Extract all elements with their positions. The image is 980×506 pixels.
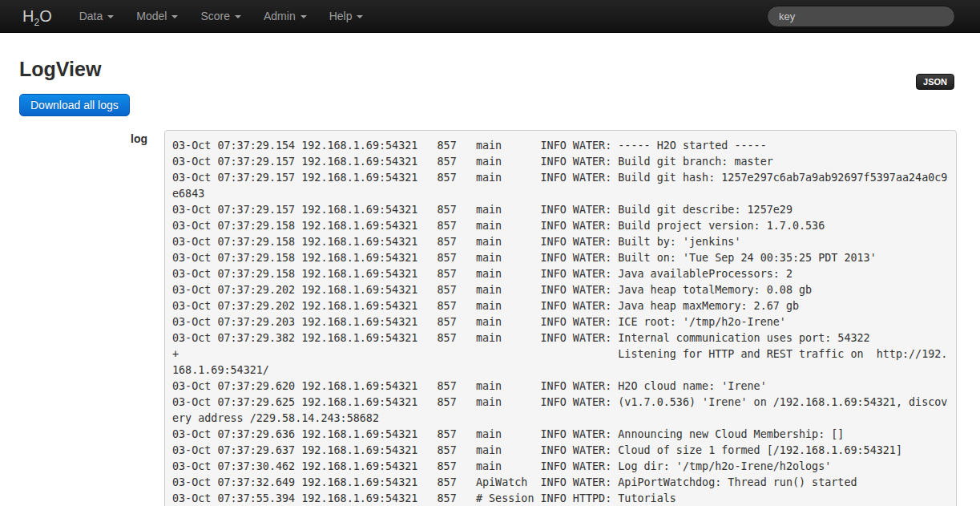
caret-down-icon — [171, 15, 178, 18]
log-output: 03-Oct 07:37:29.154 192.168.1.69:54321 8… — [164, 130, 957, 506]
menu-help[interactable]: Help — [318, 0, 375, 32]
menu-admin[interactable]: Admin — [252, 0, 318, 32]
caret-down-icon — [357, 15, 363, 18]
menu-model[interactable]: Model — [125, 0, 189, 32]
navbar-menu: Data Model Score Admin Help — [68, 0, 375, 32]
download-all-logs-button[interactable]: Download all logs — [19, 94, 130, 116]
json-button[interactable]: JSON — [916, 74, 954, 90]
caret-down-icon — [235, 15, 241, 18]
menu-model-label: Model — [136, 8, 167, 24]
main-content: JSON LogView Download all logs log 03-Oc… — [0, 57, 980, 506]
brand-text: O — [39, 7, 52, 25]
menu-score-label: Score — [200, 8, 230, 24]
menu-score[interactable]: Score — [189, 0, 252, 32]
caret-down-icon — [107, 15, 114, 18]
menu-help-label: Help — [329, 8, 353, 24]
top-navbar: H2O Data Model Score Admin Help — [0, 0, 980, 33]
menu-data-label: Data — [79, 8, 103, 24]
menu-admin-label: Admin — [264, 8, 296, 24]
brand-text: H — [22, 7, 34, 25]
navbar-search-form — [767, 0, 955, 32]
menu-data[interactable]: Data — [68, 0, 126, 32]
log-field-row: log 03-Oct 07:37:29.154 192.168.1.69:543… — [19, 130, 956, 506]
search-input[interactable] — [767, 6, 955, 27]
h2o-brand-logo[interactable]: H2O — [6, 0, 68, 32]
page-title: LogView — [19, 57, 956, 81]
caret-down-icon — [300, 15, 307, 18]
log-field-label: log — [19, 130, 147, 145]
